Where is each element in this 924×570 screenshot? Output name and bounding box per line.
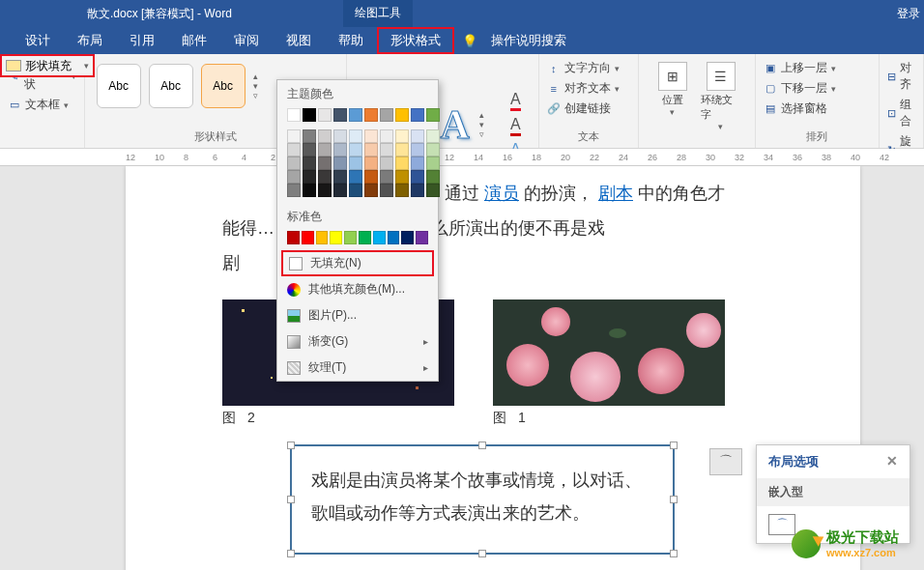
color-swatch[interactable] [303,184,316,197]
tab-view[interactable]: 视图 [273,27,325,54]
align-text-button[interactable]: ≡对齐文本 ▾ [547,78,630,99]
color-swatch[interactable] [333,157,347,170]
color-swatch[interactable] [287,231,300,244]
tab-reference[interactable]: 引用 [116,27,168,54]
color-swatch[interactable] [364,157,378,170]
text-direction-button[interactable]: ↕文字方向 ▾ [547,58,630,78]
tell-me-search[interactable]: 操作说明搜索 [485,27,572,54]
color-swatch[interactable] [426,157,440,170]
color-swatch[interactable] [333,170,347,184]
shape-fill-button[interactable]: 形状填充 ▾ [0,54,95,77]
color-swatch[interactable] [373,231,386,244]
layout-options-badge[interactable]: ⌒ [709,448,742,475]
color-swatch[interactable] [318,157,332,170]
color-swatch[interactable] [426,184,440,197]
color-swatch[interactable] [395,184,409,197]
resize-handle-e[interactable] [670,496,678,503]
tab-mail[interactable]: 邮件 [168,27,220,54]
color-swatch[interactable] [318,143,332,157]
wordart-preset-3[interactable]: A [441,101,470,148]
position-button[interactable]: ⊞ 位置▾ [652,62,693,131]
color-swatch[interactable] [349,184,362,197]
create-link-button[interactable]: 🔗创建链接 [547,99,630,119]
resize-handle-se[interactable] [670,550,678,557]
shape-gallery-more[interactable]: ▴▾▿ [253,71,267,100]
color-swatch[interactable] [333,184,347,197]
color-swatch[interactable] [395,170,409,184]
color-swatch[interactable] [416,231,428,244]
group-button[interactable]: ⊡组合 [887,95,915,131]
wordart-gallery-more[interactable]: ▴▾▿ [479,110,493,139]
color-swatch[interactable] [302,231,314,244]
color-swatch[interactable] [364,143,378,157]
color-swatch[interactable] [380,143,393,157]
tell-me-bulb-icon[interactable]: 💡 [454,29,485,53]
color-swatch[interactable] [380,129,393,143]
shape-preset-2[interactable]: Abc [149,64,193,108]
color-swatch[interactable] [287,184,301,197]
color-swatch[interactable] [426,170,440,184]
color-swatch[interactable] [330,231,342,244]
color-swatch[interactable] [380,108,393,122]
color-swatch[interactable] [380,157,393,170]
tab-design[interactable]: 设计 [12,27,64,54]
color-swatch[interactable] [287,129,301,143]
color-swatch[interactable] [395,108,409,122]
hyperlink-script[interactable]: 剧本 [598,184,633,203]
more-colors-item[interactable]: 其他填充颜色(M)... [277,276,438,302]
color-swatch[interactable] [349,129,362,143]
tab-help[interactable]: 帮助 [325,27,377,54]
shape-preset-1[interactable]: Abc [97,64,141,108]
color-swatch[interactable] [303,157,316,170]
color-swatch[interactable] [359,231,371,244]
color-swatch[interactable] [303,108,316,122]
color-swatch[interactable] [395,157,409,170]
resize-handle-sw[interactable] [287,550,295,557]
text-fill-icon[interactable]: A [510,91,521,111]
color-swatch[interactable] [287,157,301,170]
color-swatch[interactable] [287,108,301,122]
picture-fill-item[interactable]: 图片(P)... [277,302,438,328]
color-swatch[interactable] [426,129,440,143]
color-swatch[interactable] [349,157,362,170]
bring-forward-button[interactable]: ▣上移一层 ▾ [764,58,871,78]
tab-layout[interactable]: 布局 [64,27,116,54]
color-swatch[interactable] [411,184,424,197]
color-swatch[interactable] [380,170,393,184]
color-swatch[interactable] [316,231,329,244]
color-swatch[interactable] [401,231,414,244]
hyperlink-actor[interactable]: 演员 [484,184,519,203]
color-swatch[interactable] [333,129,347,143]
resize-handle-ne[interactable] [670,442,678,449]
login-button[interactable]: 登录 [897,6,920,22]
color-swatch[interactable] [318,129,332,143]
color-swatch[interactable] [364,184,378,197]
color-swatch[interactable] [411,108,424,122]
color-swatch[interactable] [364,129,378,143]
color-swatch[interactable] [318,108,332,122]
color-swatch[interactable] [395,129,409,143]
color-swatch[interactable] [364,108,378,122]
color-swatch[interactable] [426,108,440,122]
resize-handle-nw[interactable] [287,442,295,449]
resize-handle-w[interactable] [287,496,295,503]
resize-handle-n[interactable] [478,442,486,449]
gradient-fill-item[interactable]: 渐变(G) ▸ [277,328,438,355]
color-swatch[interactable] [395,143,409,157]
color-swatch[interactable] [318,170,332,184]
color-swatch[interactable] [380,184,393,197]
color-swatch[interactable] [426,143,440,157]
color-swatch[interactable] [411,129,424,143]
color-swatch[interactable] [349,143,362,157]
texture-fill-item[interactable]: 纹理(T) ▸ [277,355,438,381]
color-swatch[interactable] [349,170,362,184]
color-swatch[interactable] [411,143,424,157]
color-swatch[interactable] [411,170,424,184]
wrap-text-button[interactable]: ☰ 环绕文字▾ [701,62,741,131]
color-swatch[interactable] [287,170,301,184]
text-box-button[interactable]: ▭ 文本框 ▾ [8,95,76,115]
send-backward-button[interactable]: ▢下移一层 ▾ [764,78,871,99]
shape-preset-3[interactable]: Abc [201,64,245,108]
color-swatch[interactable] [287,143,301,157]
color-swatch[interactable] [411,157,424,170]
